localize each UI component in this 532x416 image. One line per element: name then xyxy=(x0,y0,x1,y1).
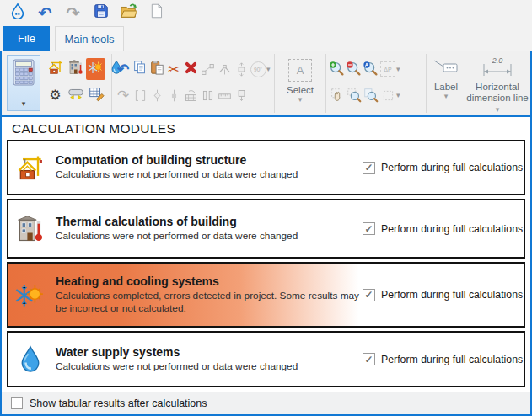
redo-icon: ↷ xyxy=(67,5,80,21)
tab-file[interactable]: File xyxy=(3,26,50,51)
tab-main-tools-label: Main tools xyxy=(64,33,114,45)
label-button[interactable]: Label ▾ xyxy=(427,51,465,115)
module-text: Thermal calculations of building Calcula… xyxy=(56,215,363,243)
perform-checkbox-group: ✓ Perform during full calculations xyxy=(363,162,524,174)
thermal-building-icon xyxy=(67,59,84,79)
paste-button[interactable] xyxy=(148,59,165,79)
horizontal-dimension-button[interactable]: 2.0 Horizontal dimension line ▾ xyxy=(465,51,529,115)
building-structure-icon xyxy=(47,59,64,79)
pin-node-icon[interactable] xyxy=(165,85,182,105)
save-button[interactable] xyxy=(90,3,111,24)
perform-checkbox-group: ✓ Perform during full calculations xyxy=(363,289,524,301)
pipe-icon xyxy=(67,85,84,105)
ribbon-undo-button[interactable]: ↶ xyxy=(115,59,132,79)
copy-button[interactable] xyxy=(132,59,148,79)
module-list: Computation of building structure Calcul… xyxy=(2,140,530,387)
cut-button[interactable]: ✂ xyxy=(165,59,182,79)
flip-vertical-icon[interactable] xyxy=(233,59,250,79)
table-rotate-icon[interactable] xyxy=(182,85,199,105)
chevron-down-icon[interactable]: ▾ xyxy=(266,66,271,73)
ribbon-redo-button[interactable]: ↷ xyxy=(115,85,132,105)
chevron-down-icon: ▾ xyxy=(298,96,303,104)
ribbon-group-select: A Select ▾ xyxy=(275,51,325,115)
perform-checkbox[interactable]: ✓ xyxy=(363,353,375,365)
selection-brackets-icon[interactable] xyxy=(132,85,148,105)
perform-checkbox-label: Perform during full calculations xyxy=(381,162,523,173)
swap-columns-icon[interactable] xyxy=(199,85,216,105)
zoom-in-button[interactable] xyxy=(329,59,346,79)
connect-nodes-icon[interactable] xyxy=(199,59,216,79)
ruler-icon[interactable] xyxy=(216,85,233,105)
ribbon-group-zoom: ΔP ▾ ▾ xyxy=(326,51,426,115)
zoom-previous-button[interactable] xyxy=(363,85,379,105)
show-tabular-results-label: Show tabular results after calculations xyxy=(30,397,207,409)
chevron-down-icon: ▾ xyxy=(22,100,26,108)
perform-checkbox[interactable]: ✓ xyxy=(363,162,375,174)
pipe-tools-button[interactable] xyxy=(66,84,85,106)
chevron-down-icon[interactable]: ▾ xyxy=(396,66,400,73)
module-status: Calculations completed, errors detected … xyxy=(56,290,363,316)
edit-row-2: ↷ xyxy=(115,85,250,105)
pan-button[interactable] xyxy=(329,85,346,105)
move-down-icon[interactable] xyxy=(233,85,250,105)
perform-checkbox[interactable]: ✓ xyxy=(363,289,375,301)
module-text: Heating and cooling systems Calculations… xyxy=(56,275,363,316)
select-button[interactable]: A Select ▾ xyxy=(275,51,325,104)
selection-zoom-button[interactable] xyxy=(379,85,396,105)
table-edit-icon xyxy=(88,85,105,105)
structure-module-button[interactable] xyxy=(46,58,65,80)
redo-button[interactable]: ↷ xyxy=(62,3,83,24)
hvac-module-button[interactable] xyxy=(86,58,105,80)
module-row-thermal[interactable]: Thermal calculations of building Calcula… xyxy=(7,199,525,259)
delete-icon xyxy=(184,61,198,78)
app-logo-button[interactable] xyxy=(7,3,28,24)
calculations-button[interactable]: ▾ xyxy=(7,55,40,111)
module-status: Calculations were not performed or data … xyxy=(56,230,363,243)
redo-icon: ↷ xyxy=(117,88,129,103)
zoom-window-button[interactable] xyxy=(346,85,363,105)
check-icon: ✓ xyxy=(364,224,373,234)
thermal-building-icon xyxy=(15,213,46,245)
main-content: CALCULATION MODULES Computation of build… xyxy=(2,117,530,414)
water-drop-icon xyxy=(15,344,46,375)
open-button[interactable] xyxy=(118,3,139,24)
module-row-water-supply[interactable]: Water supply systems Calculations were n… xyxy=(7,331,525,387)
perform-checkbox[interactable]: ✓ xyxy=(363,222,375,235)
roof-peak-icon[interactable] xyxy=(216,59,233,79)
delta-p-button[interactable]: ΔP xyxy=(379,59,396,79)
ribbon: ▾ xyxy=(2,51,530,117)
check-icon: ✓ xyxy=(364,290,373,300)
undo-button[interactable]: ↶ xyxy=(35,3,56,24)
app-window: ↶ ↷ File Main tools xyxy=(0,0,532,416)
module-title: Computation of building structure xyxy=(56,153,363,167)
module-row-structure[interactable]: Computation of building structure Calcul… xyxy=(7,140,525,195)
delete-button[interactable] xyxy=(182,59,199,79)
installation-options-button[interactable]: ⚙ xyxy=(46,84,65,106)
tables-button[interactable] xyxy=(86,84,105,106)
app-logo-icon xyxy=(9,3,26,23)
rotate-90-label: 90° xyxy=(254,67,262,72)
rotate-90-button[interactable]: 90° xyxy=(250,59,266,79)
new-document-button[interactable] xyxy=(146,3,167,24)
select-letter: A xyxy=(297,64,304,77)
module-status: Calculations were not performed or data … xyxy=(56,360,363,373)
thermal-module-button[interactable] xyxy=(66,58,85,80)
delta-p-label: ΔP xyxy=(384,67,391,72)
show-tabular-results-checkbox[interactable] xyxy=(11,397,23,409)
window-frame: ▾ xyxy=(0,51,532,416)
label-callout-icon xyxy=(433,58,459,78)
new-document-icon xyxy=(148,3,164,23)
save-icon xyxy=(93,3,110,23)
chevron-down-icon[interactable]: ▾ xyxy=(396,92,400,99)
zoom-out-button[interactable] xyxy=(346,59,363,79)
dimension-label: Horizontal dimension line ▾ xyxy=(465,82,529,115)
perform-checkbox-label: Perform during full calculations xyxy=(381,354,523,365)
ribbon-group-calculations: ▾ xyxy=(2,51,111,115)
dimension-value: 2.0 xyxy=(478,56,517,65)
tab-main-tools[interactable]: Main tools xyxy=(55,26,124,51)
module-row-heating-cooling[interactable]: Heating and cooling systems Calculations… xyxy=(7,262,525,328)
perform-checkbox-label: Perform during full calculations xyxy=(381,289,523,301)
perform-checkbox-label: Perform during full calculations xyxy=(381,223,523,235)
diamond-node-icon[interactable] xyxy=(148,85,165,105)
zoom-all-button[interactable] xyxy=(363,59,379,79)
